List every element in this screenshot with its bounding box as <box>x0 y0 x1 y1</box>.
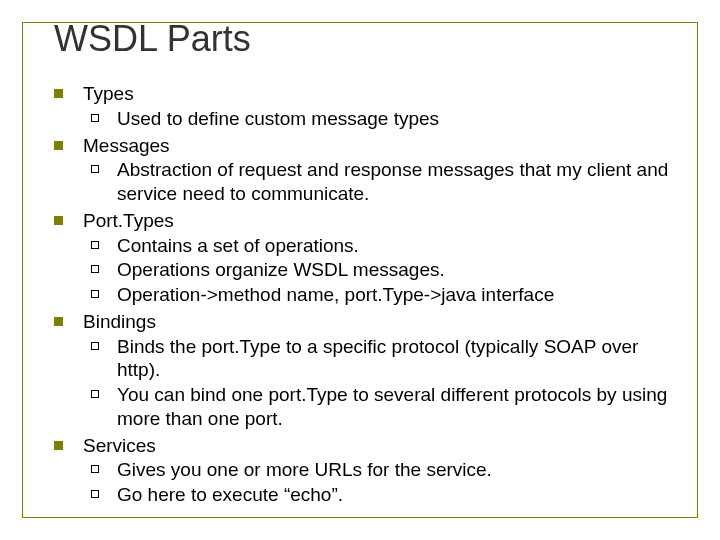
sub-item-text: You can bind one port.Type to several di… <box>117 383 684 431</box>
sub-item-text: Used to define custom message types <box>117 107 684 131</box>
sub-item: Abstraction of request and response mess… <box>83 158 684 206</box>
slide-title: WSDL Parts <box>54 18 684 60</box>
list-item: Bindings Binds the port.Type to a specif… <box>54 310 684 432</box>
sub-item: You can bind one port.Type to several di… <box>83 383 684 431</box>
filled-square-bullet-icon <box>54 141 63 150</box>
hollow-square-bullet-icon <box>91 290 99 298</box>
list-item: Messages Abstraction of request and resp… <box>54 134 684 207</box>
sub-item: Used to define custom message types <box>83 107 684 131</box>
outline-list: Types Used to define custom message type… <box>54 82 684 508</box>
item-label: Port.Types <box>83 209 684 233</box>
hollow-square-bullet-icon <box>91 241 99 249</box>
sub-item-text: Go here to execute “echo”. <box>117 483 684 507</box>
list-item: Services Gives you one or more URLs for … <box>54 434 684 508</box>
hollow-square-bullet-icon <box>91 490 99 498</box>
filled-square-bullet-icon <box>54 441 63 450</box>
hollow-square-bullet-icon <box>91 390 99 398</box>
sub-item-text: Abstraction of request and response mess… <box>117 158 684 206</box>
sub-item-text: Operation->method name, port.Type->java … <box>117 283 684 307</box>
sub-item-text: Contains a set of operations. <box>117 234 684 258</box>
filled-square-bullet-icon <box>54 216 63 225</box>
hollow-square-bullet-icon <box>91 342 99 350</box>
sub-item: Contains a set of operations. <box>83 234 684 258</box>
sub-list: Abstraction of request and response mess… <box>83 158 684 206</box>
hollow-square-bullet-icon <box>91 165 99 173</box>
slide-content: WSDL Parts Types Used to define custom m… <box>54 18 684 510</box>
sub-item: Gives you one or more URLs for the servi… <box>83 458 684 482</box>
hollow-square-bullet-icon <box>91 465 99 473</box>
item-label: Messages <box>83 134 684 158</box>
filled-square-bullet-icon <box>54 317 63 326</box>
sub-item-text: Binds the port.Type to a specific protoc… <box>117 335 684 383</box>
sub-list: Contains a set of operations. Operations… <box>83 234 684 307</box>
filled-square-bullet-icon <box>54 89 63 98</box>
list-item: Port.Types Contains a set of operations.… <box>54 209 684 308</box>
sub-item: Operation->method name, port.Type->java … <box>83 283 684 307</box>
sub-item: Binds the port.Type to a specific protoc… <box>83 335 684 383</box>
sub-item-text: Gives you one or more URLs for the servi… <box>117 458 684 482</box>
sub-item: Operations organize WSDL messages. <box>83 258 684 282</box>
sub-list: Used to define custom message types <box>83 107 684 131</box>
item-label: Types <box>83 82 684 106</box>
sub-list: Binds the port.Type to a specific protoc… <box>83 335 684 431</box>
sub-item-text: Operations organize WSDL messages. <box>117 258 684 282</box>
sub-item: Go here to execute “echo”. <box>83 483 684 507</box>
sub-list: Gives you one or more URLs for the servi… <box>83 458 684 507</box>
item-label: Services <box>83 434 684 458</box>
list-item: Types Used to define custom message type… <box>54 82 684 132</box>
item-label: Bindings <box>83 310 684 334</box>
hollow-square-bullet-icon <box>91 114 99 122</box>
hollow-square-bullet-icon <box>91 265 99 273</box>
